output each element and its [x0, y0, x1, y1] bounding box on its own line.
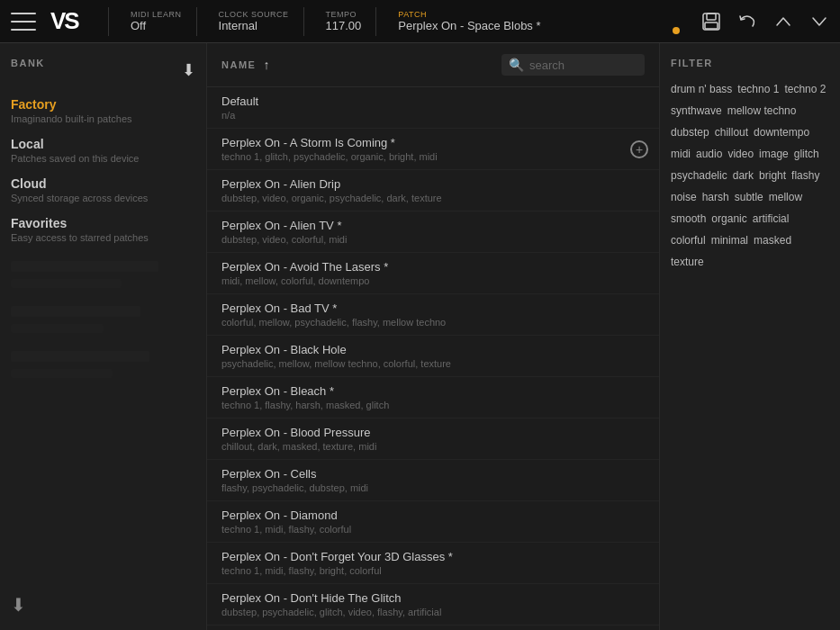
- bank-item-factory[interactable]: Factory Imaginando built-in patches: [11, 97, 195, 124]
- filter-tag[interactable]: bright: [759, 167, 786, 184]
- divider-4: [375, 7, 376, 36]
- patch-item[interactable]: Perplex On - Diamond techno 1, midi, fla…: [207, 501, 659, 543]
- bank-download-icon[interactable]: ⬇: [182, 60, 195, 80]
- bank-item-cloud[interactable]: Cloud Synced storage across devices: [11, 176, 195, 203]
- bank-item-favorites[interactable]: Favorites Easy access to starred patches: [11, 216, 195, 243]
- bank-panel: BANK ⬇ Factory Imaginando built-in patch…: [0, 43, 207, 630]
- filter-tag[interactable]: glitch: [794, 146, 819, 162]
- search-input[interactable]: [529, 58, 637, 72]
- patch-name: Perplex On - Diamond: [221, 508, 645, 522]
- tempo-label: TEMPO: [326, 10, 362, 19]
- patch-tags: dubstep, video, organic, psychadelic, da…: [221, 193, 645, 203]
- patch-name: Perplex On - Alien TV *: [221, 219, 645, 232]
- filter-tag[interactable]: colorful: [671, 232, 706, 248]
- filter-tag[interactable]: synthwave: [671, 103, 722, 119]
- patch-item[interactable]: Perplex On - Don't Hide The Glitch dubst…: [207, 584, 659, 626]
- patch-name: Perplex On - Bleach *: [221, 384, 645, 398]
- filter-tag[interactable]: artificial: [753, 211, 790, 227]
- filter-tag[interactable]: noise: [671, 189, 697, 205]
- topbar: VS MIDI LEARN Off CLOCK SOURCE Internal …: [0, 0, 840, 43]
- topbar-icons: [685, 12, 829, 32]
- patch-item[interactable]: Perplex On - Black Hole psychadelic, mel…: [207, 336, 659, 377]
- patch-item[interactable]: Perplex On - Avoid The Lasers * midi, me…: [207, 253, 659, 294]
- patch-tags: techno 1, midi, flashy, colorful: [221, 524, 645, 535]
- patch-tags: midi, mellow, colorful, downtempo: [221, 275, 645, 286]
- patch-tags: techno 1, glitch, psychadelic, organic, …: [221, 151, 645, 162]
- filter-tag[interactable]: midi: [671, 146, 691, 162]
- filter-tag[interactable]: subtle: [735, 189, 763, 205]
- filter-tag[interactable]: downtempo: [754, 124, 809, 140]
- filter-tag[interactable]: minimal: [711, 232, 748, 248]
- divider-3: [303, 7, 304, 36]
- patch-item[interactable]: Perplex On - Bad TV * colorful, mellow, …: [207, 294, 659, 336]
- save-icon[interactable]: [701, 12, 721, 32]
- patch-tags: dubstep, psychadelic, glitch, video, fla…: [221, 607, 645, 617]
- patch-item[interactable]: Perplex On - A Storm Is Coming * techno …: [207, 129, 659, 170]
- patch-item[interactable]: Perplex On - Cells flashy, psychadelic, …: [207, 460, 659, 501]
- filter-tag[interactable]: video: [727, 146, 754, 162]
- patch-name: Perplex On - Cells: [221, 467, 645, 481]
- filter-tag[interactable]: texture: [671, 254, 704, 270]
- patch-tags: n/a: [221, 110, 645, 121]
- filter-tag[interactable]: mellow: [769, 189, 802, 205]
- patch-item[interactable]: Perplex On - Bleach * techno 1, flashy, …: [207, 377, 659, 418]
- filter-tag[interactable]: organic: [711, 211, 746, 227]
- filter-tag[interactable]: audio: [696, 146, 722, 162]
- tempo-value: 117.00: [326, 19, 362, 32]
- filter-tag[interactable]: harsh: [702, 189, 729, 205]
- notification-dot: [673, 27, 680, 34]
- filter-tag[interactable]: smooth: [671, 211, 706, 227]
- bank-bottom-icon[interactable]: ⬇: [11, 594, 26, 616]
- patch-item[interactable]: Perplex On - Don't Forget Your 3D Glasse…: [207, 543, 659, 584]
- bank-item-name: Factory: [11, 97, 195, 112]
- filter-tag[interactable]: dark: [733, 167, 754, 184]
- filter-tag[interactable]: techno 1: [737, 81, 779, 97]
- patch-tags: psychadelic, mellow, mellow techno, colo…: [221, 358, 645, 369]
- patch-item[interactable]: Default n/a: [207, 87, 659, 129]
- patch-name: Default: [221, 94, 645, 108]
- name-title: NAME: [221, 59, 256, 70]
- bank-item-desc: Synced storage across devices: [11, 193, 195, 203]
- clock-source-label: CLOCK SOURCE: [219, 10, 289, 19]
- patch-name: Perplex On - Black Hole: [221, 343, 645, 356]
- filter-tag[interactable]: flashy: [791, 167, 819, 184]
- filter-tag[interactable]: masked: [754, 232, 791, 248]
- filter-tag[interactable]: drum n' bass: [671, 81, 732, 97]
- bank-item-name: Cloud: [11, 176, 195, 191]
- bank-items: Factory Imaginando built-in patches Loca…: [11, 97, 195, 243]
- patch-item[interactable]: Perplex On - Drip Bomb texture, video, m…: [207, 626, 659, 630]
- patch-item[interactable]: Perplex On - Alien TV * dubstep, video, …: [207, 212, 659, 253]
- undo-icon[interactable]: [737, 12, 757, 32]
- filter-tag[interactable]: mellow techno: [727, 103, 797, 119]
- next-patch-icon[interactable]: [809, 14, 829, 29]
- patch-item[interactable]: Perplex On - Alien Drip dubstep, video, …: [207, 170, 659, 212]
- filter-tag[interactable]: dubstep: [671, 124, 709, 140]
- bank-item-name: Favorites: [11, 216, 195, 230]
- filter-tag[interactable]: chillout: [715, 124, 748, 140]
- patch-tags: dubstep, video, colorful, midi: [221, 234, 645, 245]
- logo: VS: [50, 7, 94, 35]
- bank-item-local[interactable]: Local Patches saved on this device: [11, 137, 195, 164]
- patch-name: Perplex On - Bad TV *: [221, 302, 645, 315]
- bank-item-desc: Imaginando built-in patches: [11, 113, 195, 124]
- patch-item[interactable]: Perplex On - Blood Pressure chillout, da…: [207, 418, 659, 460]
- filter-tag[interactable]: psychadelic: [671, 167, 727, 184]
- prev-patch-icon[interactable]: [773, 14, 793, 29]
- patch-list: Default n/a Perplex On - A Storm Is Comi…: [207, 87, 659, 630]
- patch-tags: colorful, mellow, psychadelic, flashy, m…: [221, 317, 645, 328]
- divider-2: [196, 7, 197, 36]
- svg-rect-2: [705, 22, 718, 29]
- patch-name: Perplex On - Don't Forget Your 3D Glasse…: [221, 550, 645, 563]
- bank-greyed-items: [11, 261, 195, 378]
- svg-rect-1: [707, 14, 716, 20]
- patch-section: PATCH Perplex On - Space Blobs *: [398, 10, 540, 32]
- menu-button[interactable]: [11, 13, 36, 31]
- patch-add-button[interactable]: +: [630, 140, 648, 158]
- bank-item-name: Local: [11, 137, 195, 151]
- filter-tag[interactable]: techno 2: [784, 81, 826, 97]
- sort-asc-icon[interactable]: ↑: [263, 58, 269, 72]
- midi-learn-section: MIDI LEARN Off: [131, 10, 182, 32]
- filter-tag[interactable]: image: [759, 146, 789, 162]
- midi-learn-label: MIDI LEARN: [131, 10, 182, 19]
- name-panel: NAME ↑ 🔍 Default n/a Perplex On - A Stor…: [207, 43, 660, 630]
